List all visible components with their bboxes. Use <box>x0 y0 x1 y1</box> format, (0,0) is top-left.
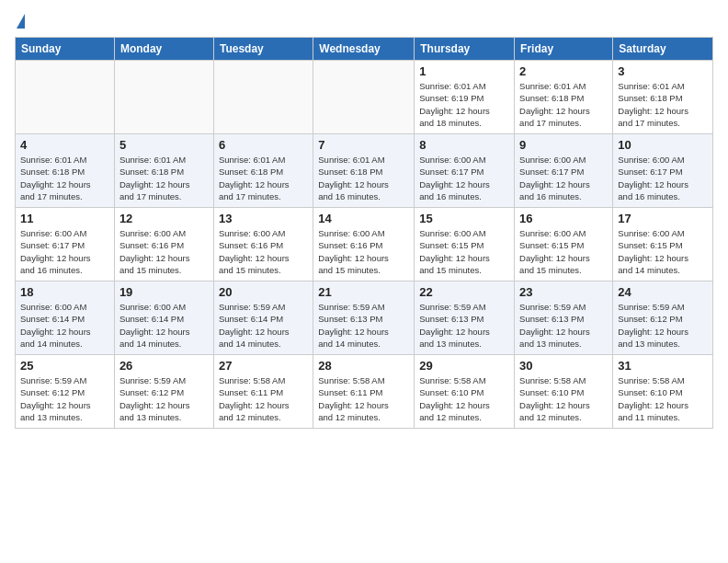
logo-triangle-icon <box>17 14 25 29</box>
day-number: 24 <box>618 285 708 299</box>
day-number: 1 <box>419 64 509 78</box>
day-info: Sunrise: 5:59 AM Sunset: 6:14 PM Dayligh… <box>219 301 308 350</box>
day-number: 12 <box>119 212 209 225</box>
day-number: 8 <box>419 138 509 152</box>
day-number: 13 <box>219 212 308 225</box>
calendar-day-cell: 25Sunrise: 5:59 AM Sunset: 6:12 PM Dayli… <box>16 355 115 429</box>
day-info: Sunrise: 5:59 AM Sunset: 6:13 PM Dayligh… <box>318 301 409 350</box>
day-info: Sunrise: 6:00 AM Sunset: 6:15 PM Dayligh… <box>419 227 509 276</box>
calendar-day-cell: 4Sunrise: 6:01 AM Sunset: 6:18 PM Daylig… <box>16 134 115 208</box>
day-number: 6 <box>219 138 308 152</box>
calendar-day-cell <box>16 61 115 134</box>
day-info: Sunrise: 6:01 AM Sunset: 6:18 PM Dayligh… <box>618 80 708 129</box>
calendar-week-row: 18Sunrise: 6:00 AM Sunset: 6:14 PM Dayli… <box>16 282 713 355</box>
day-number: 2 <box>519 64 608 78</box>
weekday-header-sunday: Sunday <box>16 38 115 61</box>
day-number: 29 <box>419 359 509 373</box>
day-info: Sunrise: 6:00 AM Sunset: 6:17 PM Dayligh… <box>20 227 109 276</box>
day-info: Sunrise: 6:01 AM Sunset: 6:18 PM Dayligh… <box>119 154 209 202</box>
calendar-day-cell: 20Sunrise: 5:59 AM Sunset: 6:14 PM Dayli… <box>213 282 313 355</box>
calendar-day-cell: 18Sunrise: 6:00 AM Sunset: 6:14 PM Dayli… <box>16 282 115 355</box>
day-number: 7 <box>318 138 409 152</box>
day-info: Sunrise: 6:00 AM Sunset: 6:16 PM Dayligh… <box>119 227 209 276</box>
calendar-day-cell: 8Sunrise: 6:00 AM Sunset: 6:17 PM Daylig… <box>415 134 515 208</box>
day-number: 28 <box>318 359 409 373</box>
logo <box>15 15 25 29</box>
day-info: Sunrise: 6:00 AM Sunset: 6:15 PM Dayligh… <box>618 227 708 276</box>
day-number: 3 <box>618 64 708 78</box>
day-info: Sunrise: 6:00 AM Sunset: 6:14 PM Dayligh… <box>119 301 209 350</box>
calendar-day-cell: 13Sunrise: 6:00 AM Sunset: 6:16 PM Dayli… <box>213 208 313 282</box>
calendar-table: SundayMondayTuesdayWednesdayThursdayFrid… <box>15 37 713 429</box>
calendar-week-row: 1Sunrise: 6:01 AM Sunset: 6:19 PM Daylig… <box>16 61 713 134</box>
calendar-week-row: 25Sunrise: 5:59 AM Sunset: 6:12 PM Dayli… <box>16 355 713 429</box>
day-number: 20 <box>219 285 308 299</box>
calendar-day-cell: 6Sunrise: 6:01 AM Sunset: 6:18 PM Daylig… <box>213 134 313 208</box>
calendar-day-cell: 29Sunrise: 5:58 AM Sunset: 6:10 PM Dayli… <box>415 355 515 429</box>
calendar-day-cell: 3Sunrise: 6:01 AM Sunset: 6:18 PM Daylig… <box>613 61 713 134</box>
calendar-day-cell: 9Sunrise: 6:00 AM Sunset: 6:17 PM Daylig… <box>515 134 613 208</box>
day-number: 17 <box>618 212 708 225</box>
calendar-day-cell: 15Sunrise: 6:00 AM Sunset: 6:15 PM Dayli… <box>415 208 515 282</box>
calendar-day-cell <box>114 61 213 134</box>
weekday-header-tuesday: Tuesday <box>213 38 313 61</box>
day-number: 15 <box>419 212 509 225</box>
day-info: Sunrise: 5:58 AM Sunset: 6:10 PM Dayligh… <box>618 374 708 423</box>
page-header <box>15 15 713 29</box>
calendar-day-cell: 31Sunrise: 5:58 AM Sunset: 6:10 PM Dayli… <box>613 355 713 429</box>
day-number: 25 <box>20 359 109 373</box>
day-number: 30 <box>519 359 608 373</box>
day-info: Sunrise: 6:01 AM Sunset: 6:18 PM Dayligh… <box>20 154 109 202</box>
day-info: Sunrise: 6:01 AM Sunset: 6:18 PM Dayligh… <box>519 80 608 129</box>
calendar-week-row: 4Sunrise: 6:01 AM Sunset: 6:18 PM Daylig… <box>16 134 713 208</box>
day-info: Sunrise: 5:58 AM Sunset: 6:11 PM Dayligh… <box>318 374 409 423</box>
calendar-day-cell: 19Sunrise: 6:00 AM Sunset: 6:14 PM Dayli… <box>114 282 213 355</box>
calendar-day-cell: 16Sunrise: 6:00 AM Sunset: 6:15 PM Dayli… <box>515 208 613 282</box>
calendar-day-cell: 14Sunrise: 6:00 AM Sunset: 6:16 PM Dayli… <box>313 208 415 282</box>
calendar-day-cell <box>313 61 415 134</box>
weekday-header-friday: Friday <box>515 38 613 61</box>
calendar-day-cell: 11Sunrise: 6:00 AM Sunset: 6:17 PM Dayli… <box>16 208 115 282</box>
calendar-day-cell: 1Sunrise: 6:01 AM Sunset: 6:19 PM Daylig… <box>415 61 515 134</box>
day-info: Sunrise: 5:58 AM Sunset: 6:10 PM Dayligh… <box>519 374 608 423</box>
day-number: 16 <box>519 212 608 225</box>
calendar-day-cell: 22Sunrise: 5:59 AM Sunset: 6:13 PM Dayli… <box>415 282 515 355</box>
calendar-day-cell: 10Sunrise: 6:00 AM Sunset: 6:17 PM Dayli… <box>613 134 713 208</box>
day-number: 21 <box>318 285 409 299</box>
day-info: Sunrise: 6:00 AM Sunset: 6:17 PM Dayligh… <box>519 154 608 202</box>
day-info: Sunrise: 5:58 AM Sunset: 6:10 PM Dayligh… <box>419 374 509 423</box>
day-number: 14 <box>318 212 409 225</box>
day-number: 18 <box>20 285 109 299</box>
weekday-header-row: SundayMondayTuesdayWednesdayThursdayFrid… <box>16 38 713 61</box>
calendar-day-cell: 5Sunrise: 6:01 AM Sunset: 6:18 PM Daylig… <box>114 134 213 208</box>
day-info: Sunrise: 5:59 AM Sunset: 6:12 PM Dayligh… <box>20 374 109 423</box>
day-number: 22 <box>419 285 509 299</box>
calendar-week-row: 11Sunrise: 6:00 AM Sunset: 6:17 PM Dayli… <box>16 208 713 282</box>
calendar-day-cell <box>213 61 313 134</box>
day-number: 5 <box>119 138 209 152</box>
day-number: 31 <box>618 359 708 373</box>
day-number: 11 <box>20 212 109 225</box>
day-number: 10 <box>618 138 708 152</box>
calendar-day-cell: 27Sunrise: 5:58 AM Sunset: 6:11 PM Dayli… <box>213 355 313 429</box>
day-info: Sunrise: 5:59 AM Sunset: 6:13 PM Dayligh… <box>419 301 509 350</box>
day-info: Sunrise: 6:00 AM Sunset: 6:16 PM Dayligh… <box>219 227 308 276</box>
calendar-day-cell: 2Sunrise: 6:01 AM Sunset: 6:18 PM Daylig… <box>515 61 613 134</box>
calendar-day-cell: 12Sunrise: 6:00 AM Sunset: 6:16 PM Dayli… <box>114 208 213 282</box>
weekday-header-wednesday: Wednesday <box>313 38 415 61</box>
day-info: Sunrise: 6:00 AM Sunset: 6:17 PM Dayligh… <box>419 154 509 202</box>
calendar-day-cell: 30Sunrise: 5:58 AM Sunset: 6:10 PM Dayli… <box>515 355 613 429</box>
day-number: 23 <box>519 285 608 299</box>
day-info: Sunrise: 5:58 AM Sunset: 6:11 PM Dayligh… <box>219 374 308 423</box>
day-number: 9 <box>519 138 608 152</box>
weekday-header-monday: Monday <box>114 38 213 61</box>
weekday-header-saturday: Saturday <box>613 38 713 61</box>
calendar-day-cell: 23Sunrise: 5:59 AM Sunset: 6:13 PM Dayli… <box>515 282 613 355</box>
day-number: 26 <box>119 359 209 373</box>
calendar-day-cell: 21Sunrise: 5:59 AM Sunset: 6:13 PM Dayli… <box>313 282 415 355</box>
day-info: Sunrise: 6:00 AM Sunset: 6:16 PM Dayligh… <box>318 227 409 276</box>
day-info: Sunrise: 6:00 AM Sunset: 6:15 PM Dayligh… <box>519 227 608 276</box>
day-number: 27 <box>219 359 308 373</box>
day-info: Sunrise: 6:01 AM Sunset: 6:18 PM Dayligh… <box>318 154 409 202</box>
day-number: 4 <box>20 138 109 152</box>
